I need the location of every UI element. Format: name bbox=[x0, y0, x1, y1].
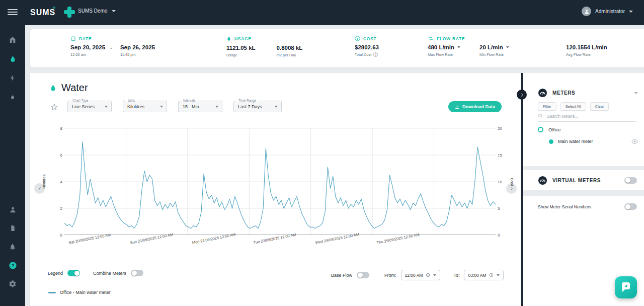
select-all-button[interactable]: Select All bbox=[560, 102, 586, 111]
chevron-down-icon bbox=[497, 274, 500, 276]
stat-date-label: DATE bbox=[79, 36, 92, 41]
sidebar-item-water[interactable] bbox=[7, 54, 18, 63]
info-icon[interactable]: i bbox=[373, 52, 378, 57]
search-meters-input[interactable] bbox=[547, 114, 627, 119]
home-icon bbox=[9, 36, 17, 44]
usage-line-chart[interactable] bbox=[64, 128, 496, 235]
app-logo: SUMS+ bbox=[30, 7, 75, 18]
virtual-meters-title: VIRTUAL METERS bbox=[552, 178, 601, 183]
to-time-input[interactable]: 03:00 AM bbox=[464, 270, 504, 280]
series-color-swatch bbox=[48, 292, 56, 293]
sidebar-item-users[interactable] bbox=[7, 205, 18, 214]
org-selector[interactable]: SUMS Demo bbox=[78, 8, 116, 14]
flow-rate-icon bbox=[428, 36, 434, 41]
star-icon bbox=[50, 103, 58, 111]
axis-tick-label: 4 bbox=[50, 180, 62, 184]
water-drop-icon bbox=[49, 84, 57, 93]
panel-divider bbox=[521, 73, 523, 306]
cost-caption: Total Cost bbox=[355, 52, 371, 57]
chart-next-button[interactable] bbox=[506, 183, 517, 194]
download-icon bbox=[455, 105, 459, 109]
chart-controls: Chart Type Line Series Units Kilolitres … bbox=[67, 101, 282, 112]
chevron-down-icon bbox=[457, 46, 460, 48]
flow-min-caption: Min Flow Rate bbox=[479, 52, 526, 57]
meter-group-office[interactable]: Office bbox=[538, 127, 561, 132]
stat-usage-label: USAGE bbox=[234, 36, 252, 41]
org-name: SUMS Demo bbox=[78, 8, 107, 14]
water-chart-card: Water Chart Type Line Series Units Kilol… bbox=[30, 73, 522, 306]
filter-button[interactable]: Filter bbox=[538, 102, 556, 111]
time-range-select[interactable]: Time Range Last 7 Days bbox=[233, 101, 282, 112]
meters-header[interactable]: METERS bbox=[538, 88, 638, 98]
top-bar: SUMS+ SUMS Demo Administrator bbox=[0, 0, 644, 25]
date-end-time: 11:45 pm bbox=[120, 52, 155, 57]
sidebar-item-alerts[interactable] bbox=[7, 242, 18, 251]
usage-per-day-value: 0.8008 kL bbox=[277, 45, 303, 51]
chevron-down-icon bbox=[275, 106, 278, 108]
chevron-down-icon bbox=[634, 92, 638, 94]
sidebar-item-reports[interactable] bbox=[7, 223, 18, 233]
virtual-meters-section: VIRTUAL METERS bbox=[523, 170, 644, 190]
sidebar-item-gas[interactable] bbox=[7, 93, 18, 102]
series-legend-label: Office - Main water meter bbox=[60, 290, 111, 295]
user-menu[interactable]: Administrator bbox=[582, 7, 633, 16]
sidebar-item-home[interactable] bbox=[7, 35, 18, 44]
serials-toggle[interactable] bbox=[624, 203, 637, 210]
chevron-down-icon bbox=[433, 274, 436, 276]
flow-max[interactable]: 480 L/min bbox=[428, 44, 479, 50]
group-checkbox[interactable] bbox=[538, 127, 543, 132]
stat-cost: $ COST $2802.63 Total Cost i bbox=[355, 36, 400, 57]
chart-type-select[interactable]: Chart Type Line Series bbox=[67, 101, 112, 112]
intervals-select[interactable]: Intervals 15 - Min bbox=[178, 101, 222, 112]
sidebar-item-settings[interactable] bbox=[7, 279, 18, 288]
user-name: Administrator bbox=[595, 9, 625, 14]
water-drop-icon bbox=[226, 36, 231, 42]
chevron-down-icon bbox=[160, 106, 163, 108]
legend-toggle[interactable] bbox=[67, 270, 80, 276]
chevron-right-icon bbox=[520, 92, 524, 98]
series-legend-item[interactable]: Office - Main water meter bbox=[48, 290, 111, 295]
meters-section: METERS Filter Select All Clear Office Ma… bbox=[523, 73, 644, 166]
chart-canvas bbox=[64, 128, 496, 235]
virtual-meters-toggle[interactable] bbox=[624, 177, 637, 184]
to-label: To: bbox=[453, 273, 459, 278]
meter-gauge-icon bbox=[538, 88, 547, 98]
bell-icon bbox=[9, 243, 16, 251]
search-icon bbox=[538, 113, 543, 119]
base-flow-toggle[interactable] bbox=[357, 272, 369, 278]
summary-stats-bar: DATE Sep 20, 2025 12:00 am - Sep 26, 202… bbox=[30, 29, 644, 67]
stat-flow-rate: FLOW RATE 480 L/min Max Flow Rate 20 L/m… bbox=[428, 36, 607, 57]
stat-usage: USAGE 1121.05 kL Usage 0.8008 kL m2 per … bbox=[226, 36, 332, 57]
meters-panel: METERS Filter Select All Clear Office Ma… bbox=[523, 73, 644, 306]
person-icon bbox=[9, 206, 17, 213]
menu-icon[interactable] bbox=[8, 9, 18, 16]
chart-prev-button[interactable] bbox=[34, 183, 45, 194]
clear-button[interactable]: Clear bbox=[590, 102, 609, 111]
legend-toggle-label: Legend bbox=[48, 271, 63, 276]
combine-meters-toggle[interactable] bbox=[131, 270, 143, 276]
chat-widget-button[interactable] bbox=[615, 276, 637, 298]
logo-text: SUMS bbox=[30, 8, 55, 17]
date-dash: - bbox=[110, 44, 112, 50]
lightning-icon bbox=[9, 74, 16, 82]
meter-item-main-water[interactable]: Main water meter bbox=[549, 139, 638, 144]
y-axis-title-left: Kilolitres bbox=[40, 128, 47, 235]
sidebar-item-help[interactable]: ? bbox=[7, 261, 18, 270]
flow-min[interactable]: 20 L/min bbox=[479, 44, 526, 50]
water-drop-icon bbox=[9, 55, 17, 63]
sidebar-item-electricity[interactable] bbox=[7, 73, 18, 83]
panel-collapse-button[interactable] bbox=[517, 90, 527, 100]
flow-avg-caption: Avg Flow Rate bbox=[566, 52, 607, 57]
serials-label: Show Meter Serial Numbers bbox=[538, 204, 591, 209]
date-end: Sep 26, 2025 bbox=[120, 44, 155, 50]
usage-per-day-caption: m2 per Day bbox=[277, 53, 303, 57]
y-axis-title-right: Cost bbox=[508, 128, 515, 235]
favorite-star-button[interactable] bbox=[50, 103, 58, 111]
from-time-input[interactable]: 12:00 AM bbox=[401, 270, 441, 280]
units-select[interactable]: Units Kilolitres bbox=[123, 101, 167, 112]
download-data-button[interactable]: Download Data bbox=[448, 101, 502, 112]
meter-label: Main water meter bbox=[558, 139, 593, 144]
chevron-right-icon bbox=[510, 186, 514, 191]
date-range[interactable]: Sep 20, 2025 12:00 am - Sep 26, 2025 11:… bbox=[70, 44, 199, 57]
visibility-eye-icon[interactable] bbox=[631, 139, 638, 144]
